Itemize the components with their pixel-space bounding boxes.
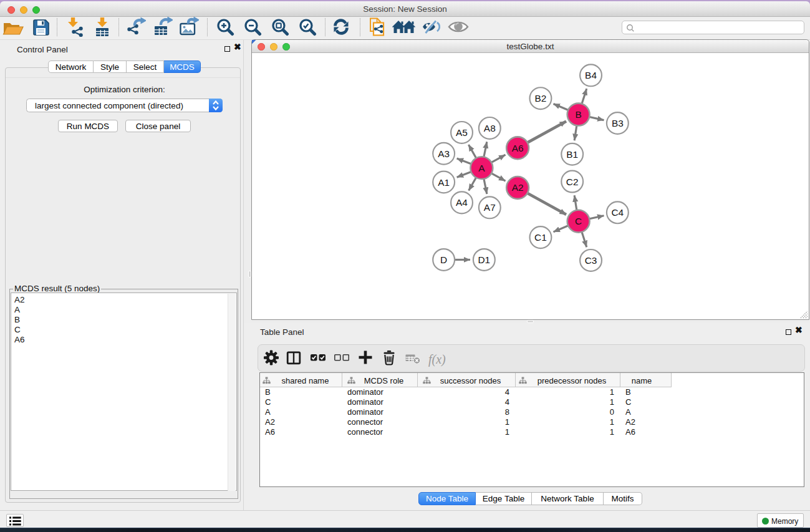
svg-text:A8: A8 xyxy=(484,123,496,133)
svg-text:B4: B4 xyxy=(585,70,597,80)
svg-text:B3: B3 xyxy=(612,118,624,128)
svg-text:A4: A4 xyxy=(456,197,468,208)
svg-text:A3: A3 xyxy=(438,148,450,159)
svg-text:C1: C1 xyxy=(534,232,547,243)
svg-text:B1: B1 xyxy=(566,149,578,160)
svg-text:A1: A1 xyxy=(438,177,450,188)
svg-text:C: C xyxy=(575,216,582,226)
svg-text:B: B xyxy=(576,109,582,120)
svg-text:A7: A7 xyxy=(484,202,496,213)
svg-text:A6: A6 xyxy=(512,143,524,153)
svg-text:A5: A5 xyxy=(456,127,468,138)
svg-text:A: A xyxy=(478,163,485,173)
svg-text:D: D xyxy=(440,254,447,265)
svg-text:B2: B2 xyxy=(534,93,546,104)
svg-text:C2: C2 xyxy=(566,177,579,187)
svg-text:C3: C3 xyxy=(585,255,597,266)
svg-text:D1: D1 xyxy=(478,254,491,265)
svg-text:A2: A2 xyxy=(512,182,524,193)
svg-text:C4: C4 xyxy=(611,207,624,218)
